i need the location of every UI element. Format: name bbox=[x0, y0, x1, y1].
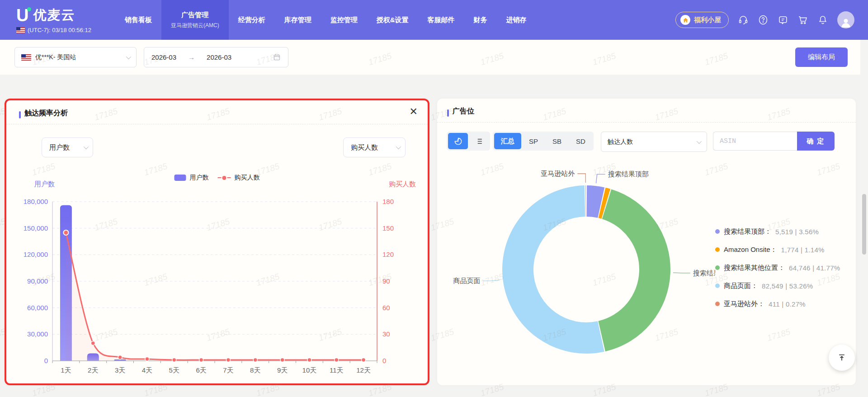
confirm-button[interactable]: 确 定 bbox=[797, 132, 835, 151]
donut-legend-row[interactable]: 商品页面：82,549 | 53.26% bbox=[715, 280, 856, 291]
legend-dot bbox=[715, 247, 720, 252]
legend-item-bar[interactable]: 用户数 bbox=[175, 174, 209, 182]
legend-value: 5,519 | 3.56% bbox=[775, 228, 819, 236]
svg-text:60,000: 60,000 bbox=[27, 304, 48, 312]
legend-dot bbox=[715, 265, 720, 270]
donut-legend-row[interactable]: Amazon Onsite：1,774 | 1.14% bbox=[715, 244, 856, 255]
edit-layout-button[interactable]: 编辑布局 bbox=[795, 47, 848, 67]
donut-slice[interactable] bbox=[585, 185, 586, 217]
donut-legend-row[interactable]: 亚马逊站外：411 | 0.27% bbox=[715, 298, 856, 309]
svg-text:150: 150 bbox=[382, 224, 394, 232]
ad-placement-panel: 广告位 汇总SPSBSD 触达人数 确 定 搜索结果顶部搜索结果其他位置商品页面… bbox=[437, 99, 856, 385]
nav-item-3[interactable]: 经营分析 bbox=[229, 0, 275, 40]
logo-text: 优麦云 bbox=[33, 6, 75, 24]
scrollbar-track[interactable] bbox=[860, 40, 868, 397]
ad-type-tab-SP[interactable]: SP bbox=[522, 133, 545, 149]
nav-item-label: 销售看板 bbox=[125, 16, 152, 24]
asin-input[interactable] bbox=[713, 132, 797, 151]
legend-value: 1,774 | 1.14% bbox=[781, 246, 825, 254]
nav-item-6[interactable]: 授权&设置 bbox=[367, 0, 418, 40]
donut-slice[interactable] bbox=[598, 189, 670, 351]
svg-text:30,000: 30,000 bbox=[27, 330, 48, 338]
nav-item-8[interactable]: 财务 bbox=[464, 0, 497, 40]
nav-item-2[interactable]: 广告管理亚马逊营销云(AMC) bbox=[161, 0, 229, 40]
logo-u-icon: U bbox=[16, 7, 28, 24]
donut-legend: 搜索结果顶部：5,519 | 3.56%Amazon Onsite：1,774 … bbox=[715, 226, 856, 317]
svg-text:6天: 6天 bbox=[196, 366, 206, 374]
welfare-button[interactable]: 福利小屋 bbox=[675, 12, 729, 28]
ad-type-tab-SD[interactable]: SD bbox=[569, 133, 592, 149]
nav-item-label: 库存管理 bbox=[284, 16, 311, 24]
panel-title: 广告位 bbox=[453, 107, 474, 116]
svg-text:0: 0 bbox=[382, 357, 386, 364]
svg-text:180,000: 180,000 bbox=[24, 198, 48, 205]
nav-item-label: 客服邮件 bbox=[428, 16, 455, 24]
secondary-metric-select[interactable]: 购买人数 bbox=[343, 137, 406, 157]
close-icon[interactable]: ✕ bbox=[410, 107, 418, 117]
back-to-top-button[interactable] bbox=[829, 345, 855, 371]
svg-text:12天: 12天 bbox=[356, 366, 371, 374]
svg-text:10天: 10天 bbox=[302, 366, 317, 374]
reach-frequency-panel: 触达频率分析 ✕ 用户数 购买人数 用户数购买人数 用户数 购买人数 180,0… bbox=[5, 99, 429, 385]
nav-item-4[interactable]: 库存管理 bbox=[275, 0, 321, 40]
range-arrow-icon: → bbox=[188, 53, 195, 61]
panel-title: 触达频率分析 bbox=[24, 109, 68, 118]
placement-metric-select[interactable]: 触达人数 bbox=[601, 132, 707, 152]
svg-text:3天: 3天 bbox=[115, 366, 125, 374]
svg-text:5天: 5天 bbox=[169, 366, 179, 374]
support-icon[interactable] bbox=[738, 14, 749, 25]
svg-text:180: 180 bbox=[382, 198, 394, 205]
nav-item-label: 经营分析 bbox=[238, 16, 265, 24]
nav-right: 福利小屋 bbox=[675, 0, 868, 40]
donut-callout-label: 商品页面 bbox=[453, 277, 480, 284]
svg-text:2天: 2天 bbox=[88, 366, 98, 374]
svg-text:30: 30 bbox=[382, 330, 390, 338]
chevron-down-icon bbox=[126, 54, 131, 59]
svg-text:0: 0 bbox=[44, 357, 48, 364]
primary-metric-select[interactable]: 用户数 bbox=[42, 137, 93, 157]
feedback-icon[interactable] bbox=[778, 14, 788, 25]
donut-legend-row[interactable]: 搜索结果其他位置：64,746 | 41.77% bbox=[715, 262, 856, 273]
avatar[interactable] bbox=[837, 11, 854, 28]
date-range-picker[interactable]: 2026-03 → 2026-03 bbox=[144, 47, 288, 67]
donut-callout-label: 亚马逊站外 bbox=[541, 170, 575, 177]
nav-item-5[interactable]: 监控管理 bbox=[321, 0, 367, 40]
bell-icon[interactable] bbox=[817, 14, 828, 25]
divider bbox=[437, 122, 856, 123]
ad-type-tab-SB[interactable]: SB bbox=[546, 133, 568, 149]
clock-text: (UTC-7): 03/18 00:56:12 bbox=[28, 27, 91, 33]
svg-text:90,000: 90,000 bbox=[27, 277, 48, 285]
help-icon[interactable] bbox=[758, 14, 769, 25]
svg-text:90: 90 bbox=[382, 277, 390, 285]
ad-type-tab-汇总[interactable]: 汇总 bbox=[494, 133, 521, 149]
svg-text:7天: 7天 bbox=[223, 366, 233, 374]
filter-bar: 优***K- 美国站 2026-03 → 2026-03 编辑布局 bbox=[0, 40, 868, 75]
calendar-icon bbox=[273, 53, 281, 61]
legend-dot bbox=[715, 284, 720, 288]
legend-label: 搜索结果顶部： bbox=[724, 227, 771, 236]
line-swatch bbox=[218, 176, 231, 180]
donut-legend-row[interactable]: 搜索结果顶部：5,519 | 3.56% bbox=[715, 226, 856, 237]
chevron-down-icon bbox=[697, 138, 702, 143]
legend-dot bbox=[715, 302, 720, 306]
asin-search: 确 定 bbox=[713, 132, 835, 151]
account-select[interactable]: 优***K- 美国站 bbox=[14, 47, 137, 67]
app-logo[interactable]: U 优麦云 bbox=[16, 6, 115, 24]
nav-item-9[interactable]: 进销存 bbox=[497, 0, 536, 40]
date-start: 2026-03 bbox=[151, 53, 176, 61]
scrollbar-thumb[interactable] bbox=[862, 194, 866, 255]
legend-dot bbox=[715, 229, 720, 234]
svg-text:8天: 8天 bbox=[250, 366, 260, 374]
chevron-down-icon bbox=[396, 144, 401, 149]
top-nav: U 优麦云 (UTC-7): 03/18 00:56:12 销售看板广告管理亚马… bbox=[0, 0, 868, 40]
nav-item-7[interactable]: 客服邮件 bbox=[418, 0, 464, 40]
list-view-button[interactable] bbox=[469, 133, 489, 149]
svg-text:9天: 9天 bbox=[277, 366, 288, 374]
nav-item-subtitle: 亚马逊营销云(AMC) bbox=[171, 22, 219, 29]
title-accent-bar bbox=[447, 109, 449, 117]
legend-item-line[interactable]: 购买人数 bbox=[218, 174, 260, 182]
svg-text:1天: 1天 bbox=[61, 366, 71, 374]
cart-icon[interactable] bbox=[797, 14, 808, 25]
pie-view-button[interactable] bbox=[448, 133, 468, 149]
nav-item-1[interactable]: 销售看板 bbox=[115, 0, 161, 40]
